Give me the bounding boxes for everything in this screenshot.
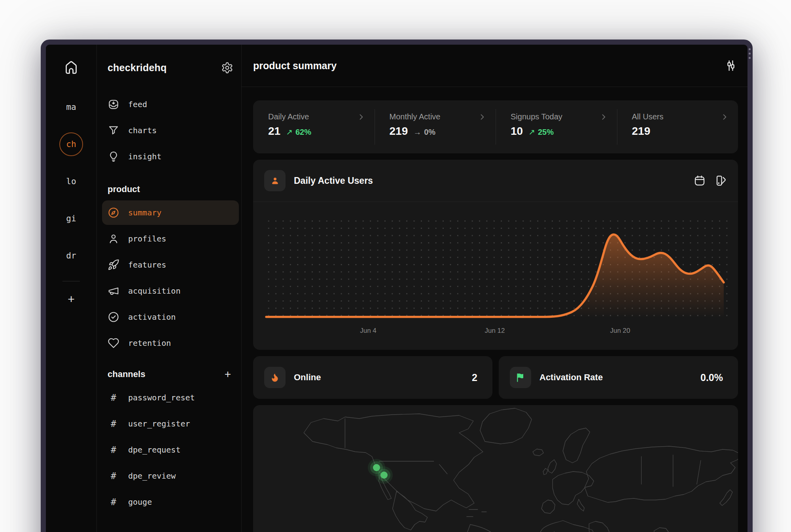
add-channel-button[interactable]: +: [225, 368, 233, 381]
rail-divider: [62, 281, 80, 281]
stat-all-users[interactable]: All Users 219: [617, 100, 738, 153]
sidebar-item-label: retention: [128, 338, 171, 348]
sidebar-nav: feed charts insight: [108, 91, 233, 170]
home-icon[interactable]: [63, 59, 79, 75]
section-title: channels: [108, 369, 145, 379]
channel-item-dpe-review[interactable]: # dpe_review: [108, 463, 233, 489]
window-drag-dots[interactable]: [749, 48, 751, 59]
stat-label: Signups Today: [511, 112, 562, 121]
sidebar-item-label: profiles: [128, 234, 166, 243]
sidebar-item-charts[interactable]: charts: [108, 117, 233, 143]
chart-area-fill: [545, 234, 724, 317]
settings-gear-icon[interactable]: [221, 62, 233, 74]
main-header: product summary: [242, 45, 747, 87]
heart-icon: [108, 337, 119, 349]
trend-percent: 25%: [538, 128, 554, 137]
sidebar-item-activation[interactable]: activation: [108, 304, 233, 330]
stat-monthly-active[interactable]: Monthly Active 219 → 0%: [375, 100, 496, 153]
sidebar-item-retention[interactable]: retention: [108, 330, 233, 356]
stat-label: All Users: [632, 112, 664, 121]
x-axis-tick: Jun 4: [360, 327, 377, 335]
stat-value: 10: [511, 125, 523, 138]
hash-icon: #: [108, 419, 119, 429]
trend-percent: 0%: [424, 128, 435, 137]
stat-trend: → 0%: [413, 128, 435, 137]
sidebar-item-feed[interactable]: feed: [108, 91, 233, 117]
sidebar-item-insight[interactable]: insight: [108, 143, 233, 170]
compass-icon: [108, 207, 119, 219]
sidebar-item-label: activation: [128, 312, 176, 322]
flag-tile: [510, 367, 531, 388]
stat-daily-active[interactable]: Daily Active 21 ↗ 62%: [253, 100, 375, 153]
hash-icon: #: [108, 445, 119, 455]
person-icon: [108, 233, 119, 245]
channel-item-dpe-request[interactable]: # dpe_request: [108, 437, 233, 463]
sidebar-item-summary[interactable]: summary: [102, 200, 239, 225]
main-content: Daily Active 21 ↗ 62%: [242, 87, 747, 532]
channel-label: dpe_review: [128, 471, 176, 481]
stat-value: 219: [390, 125, 408, 138]
stat-label: Monthly Active: [390, 112, 441, 121]
workspace-item-ch-active[interactable]: ch: [59, 132, 83, 156]
sidebar: checkridehq feed: [97, 45, 242, 532]
world-map: [253, 405, 738, 532]
activation-rate-label: Activation Rate: [539, 372, 603, 383]
channel-label: gouge: [128, 497, 152, 507]
user-locations-map-card[interactable]: [253, 405, 738, 532]
sidebar-item-features[interactable]: features: [108, 252, 233, 278]
stat-value: 21: [268, 125, 280, 138]
trend-up-arrow-icon: ↗: [528, 127, 535, 137]
channel-label: dpe_request: [128, 445, 180, 455]
workspace-rail: ma ch lo gi dr +: [46, 45, 97, 532]
sidebar-item-profiles[interactable]: profiles: [108, 226, 233, 252]
channel-item-user-register[interactable]: # user_register: [108, 411, 233, 437]
online-card[interactable]: Online 2: [253, 356, 492, 399]
megaphone-icon: [108, 285, 119, 297]
lightbulb-icon: [108, 151, 119, 162]
stats-strip: Daily Active 21 ↗ 62%: [253, 100, 738, 153]
stat-signups-today[interactable]: Signups Today 10 ↗ 25%: [496, 100, 617, 153]
channel-label: user_register: [128, 419, 190, 428]
sidebar-item-acquisition[interactable]: acquisition: [108, 278, 233, 304]
mini-cards-row: Online 2 Activation Rate 0.0%: [253, 356, 738, 399]
sidebar-header: checkridehq: [108, 59, 233, 76]
chevron-right-icon: [600, 113, 607, 121]
sidebar-item-label: summary: [128, 208, 161, 217]
app-window: ma ch lo gi dr + checkridehq: [41, 40, 753, 532]
channel-item-gouge[interactable]: # gouge: [108, 489, 233, 515]
sidebar-item-label: charts: [128, 126, 157, 135]
online-value: 2: [472, 372, 477, 383]
trend-percent: 62%: [295, 128, 311, 137]
x-axis-tick: Jun 20: [610, 327, 630, 335]
dau-line-chart[interactable]: [253, 160, 738, 350]
circle-check-icon: [108, 311, 119, 323]
online-user-dot: [380, 472, 388, 479]
daily-active-users-card: Daily Active Users: [253, 160, 738, 350]
workspace-item-lo[interactable]: lo: [59, 170, 83, 193]
flag-icon: [515, 372, 526, 383]
rocket-icon: [108, 259, 119, 271]
flame-tile: [264, 367, 286, 388]
workspace-item-gi[interactable]: gi: [59, 207, 83, 230]
sidebar-item-label: feed: [128, 100, 147, 109]
workspace-title: checkridehq: [108, 62, 167, 74]
stat-value: 219: [632, 125, 651, 138]
section-product: product: [108, 179, 233, 200]
online-label: Online: [294, 372, 321, 383]
filter-sliders-icon[interactable]: [725, 59, 737, 72]
workspace-item-dr[interactable]: dr: [59, 244, 83, 268]
hash-icon: #: [108, 471, 119, 481]
main-panel: product summary Daily Active: [242, 45, 747, 532]
stat-trend: ↗ 25%: [528, 127, 554, 137]
workspace-item-ma[interactable]: ma: [59, 95, 83, 119]
activation-rate-value: 0.0%: [700, 372, 723, 383]
online-user-dot: [373, 464, 380, 471]
channel-item-password-reset[interactable]: # password_reset: [108, 385, 233, 411]
add-workspace-button[interactable]: +: [68, 292, 75, 306]
sidebar-item-label: insight: [128, 152, 161, 161]
channel-label: password_reset: [128, 393, 195, 402]
hash-icon: #: [108, 497, 119, 507]
funnel-icon: [108, 125, 119, 136]
activation-rate-card[interactable]: Activation Rate 0.0%: [499, 356, 738, 399]
trend-up-arrow-icon: ↗: [286, 127, 293, 137]
